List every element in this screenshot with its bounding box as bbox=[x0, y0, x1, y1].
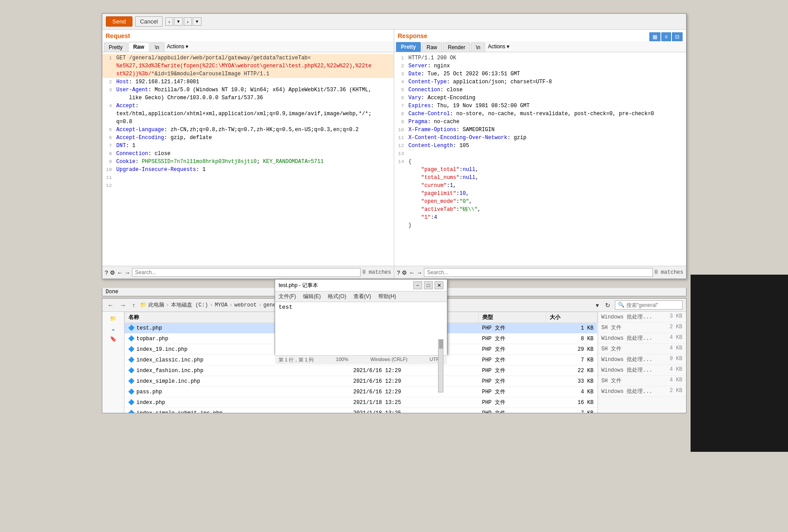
file-forward-button[interactable]: → bbox=[118, 302, 128, 309]
notepad-text: test bbox=[279, 304, 443, 311]
col-header-type[interactable]: 类型 bbox=[478, 312, 546, 323]
response-search-input[interactable] bbox=[424, 268, 652, 277]
response-search-next[interactable]: → bbox=[416, 269, 422, 276]
file-name-cell: 🔷index_simple_submit.inc.php bbox=[124, 408, 349, 413]
request-match-count: 0 matches bbox=[362, 269, 391, 276]
response-search-prev[interactable]: ← bbox=[409, 269, 415, 276]
file-dropdown-button[interactable]: ▾ bbox=[594, 302, 601, 309]
notepad-content[interactable]: test bbox=[275, 302, 447, 338]
response-settings-button[interactable]: ⚙ bbox=[402, 269, 407, 276]
side-item-name: Windows 批处理... bbox=[602, 356, 652, 363]
response-help-button[interactable]: ? bbox=[397, 269, 400, 276]
file-type-cell: PHP 文件 bbox=[478, 397, 546, 408]
notepad-scrollbar[interactable] bbox=[275, 338, 447, 394]
sidebar-icon-cloud[interactable]: ☁ bbox=[111, 326, 114, 332]
resp-line-9: 9 Pragma: no-cache bbox=[394, 118, 686, 126]
sidebar-icon-bookmark[interactable]: 🔖 bbox=[110, 336, 116, 342]
file-php-icon: 🔷 bbox=[128, 410, 135, 413]
response-code-area[interactable]: 1 HTTP/1.1 200 OK 2 Server: nginx 3 Date… bbox=[394, 52, 686, 266]
nav-buttons: ‹ ▾ › ▾ bbox=[165, 17, 201, 26]
nav-dropdown-left[interactable]: ▾ bbox=[174, 17, 183, 26]
view-list-icon[interactable]: ≡ bbox=[661, 32, 671, 41]
notepad-menu-format[interactable]: 格式(O) bbox=[328, 293, 346, 300]
table-row[interactable]: 🔷index.php 2021/1/18 13:25 PHP 文件 16 KB bbox=[124, 397, 597, 408]
response-actions-dropdown[interactable]: Actions ▾ bbox=[486, 43, 511, 50]
code-line-3: 3 User-Agent: Mozilla/5.0 (Windows NT 10… bbox=[102, 86, 394, 102]
notepad-maximize-button[interactable]: □ bbox=[424, 281, 433, 289]
notepad-window-controls: − □ ✕ bbox=[413, 281, 443, 289]
request-settings-button[interactable]: ⚙ bbox=[110, 269, 115, 276]
notepad-close-button[interactable]: ✕ bbox=[435, 281, 443, 289]
breadcrumb-item-drive[interactable]: 本地磁盘 (C:) bbox=[171, 301, 208, 309]
file-size-cell: 33 KB bbox=[546, 376, 597, 387]
file-php-icon: 🔷 bbox=[128, 336, 135, 342]
file-php-icon: 🔷 bbox=[128, 368, 135, 374]
response-tab-row: Pretty Raw Render \n Actions ▾ bbox=[394, 41, 686, 52]
resp-line-19: "open_mode":"0", bbox=[394, 198, 686, 206]
request-search-prev[interactable]: ← bbox=[117, 269, 123, 276]
resp-line-8: 8 Cache-Control: no-store, no-cache, mus… bbox=[394, 110, 686, 118]
nav-forward-button[interactable]: › bbox=[184, 17, 192, 26]
file-type-cell: PHP 文件 bbox=[478, 408, 546, 413]
notepad-menu-edit[interactable]: 编辑(E) bbox=[303, 293, 321, 300]
request-actions-dropdown[interactable]: Actions ▾ bbox=[165, 43, 190, 50]
view-compact-icon[interactable]: ⊟ bbox=[672, 32, 683, 41]
side-item-name: Windows 批处理... bbox=[602, 334, 652, 342]
view-split-icon[interactable]: ▦ bbox=[649, 32, 660, 41]
request-title: Request bbox=[106, 32, 391, 39]
nav-back-button[interactable]: ‹ bbox=[165, 17, 173, 26]
list-item: Windows 批处理...4 KB bbox=[598, 365, 686, 376]
file-size-cell: 1 KB bbox=[546, 323, 597, 334]
list-item: Windows 批处理...4 KB bbox=[598, 333, 686, 344]
file-size-cell: 22 KB bbox=[546, 365, 597, 376]
view-toggle-icons: ▦ ≡ ⊟ bbox=[649, 32, 682, 41]
breadcrumb-item-webroot[interactable]: webroot bbox=[234, 302, 256, 308]
notepad-menu-file[interactable]: 文件(F) bbox=[279, 293, 296, 300]
file-refresh-button[interactable]: ↻ bbox=[603, 302, 612, 309]
breadcrumb-item-computer[interactable]: 此电脑 bbox=[148, 301, 164, 309]
resp-line-2: 2 Server: nginx bbox=[394, 62, 686, 70]
file-search-box: 🔍 bbox=[615, 300, 683, 310]
notepad-menu-view[interactable]: 查看(V) bbox=[353, 293, 371, 300]
request-help-button[interactable]: ? bbox=[105, 269, 108, 276]
nav-dropdown-right[interactable]: ▾ bbox=[193, 17, 202, 26]
file-up-button[interactable]: ↑ bbox=[131, 302, 137, 309]
file-php-icon: 🔷 bbox=[128, 400, 135, 406]
tab-request-newline[interactable]: \n bbox=[150, 43, 164, 52]
send-button[interactable]: Send bbox=[106, 16, 132, 27]
main-toolbar: Send Cancel ‹ ▾ › ▾ bbox=[102, 14, 686, 30]
request-search-input[interactable] bbox=[132, 268, 361, 277]
notepad-minimize-button[interactable]: − bbox=[413, 281, 422, 289]
resp-line-4: 4 Content-Type: application/json; charse… bbox=[394, 78, 686, 86]
col-header-size[interactable]: 大小 bbox=[546, 312, 597, 323]
request-code-area[interactable]: 1 GET /general/appbuilder/web/portal/gat… bbox=[102, 52, 394, 266]
main-split: Request Pretty Raw \n Actions ▾ 1 GET /g… bbox=[102, 30, 686, 279]
request-search-next[interactable]: → bbox=[124, 269, 130, 276]
file-type-cell: PHP 文件 bbox=[478, 323, 546, 334]
code-line-9: 9 Cookie: PHPSESSID=7n7nl11mo8hrkp03hvtj… bbox=[102, 158, 394, 166]
resp-line-3: 3 Date: Tue, 25 Oct 2022 06:13:51 GMT bbox=[394, 70, 686, 78]
list-item: Windows 批处理...2 KB bbox=[598, 386, 686, 397]
tab-response-render[interactable]: Render bbox=[443, 43, 470, 52]
file-size-cell: 16 KB bbox=[546, 397, 597, 408]
file-php-icon: 🔷 bbox=[128, 389, 135, 395]
side-item-name: SH 文件 bbox=[602, 377, 622, 384]
tab-response-pretty[interactable]: Pretty bbox=[396, 42, 421, 52]
side-item-size: 9 KB bbox=[670, 356, 683, 363]
code-line-4: 4 Accept: text/html,application/xhtml+xm… bbox=[102, 102, 394, 126]
file-php-icon: 🔷 bbox=[128, 325, 135, 331]
breadcrumb-item-myoa[interactable]: MYOA bbox=[215, 302, 228, 308]
sidebar-icon-folder[interactable]: 📁 bbox=[110, 315, 116, 322]
cancel-button[interactable]: Cancel bbox=[135, 16, 163, 27]
request-pane: Request Pretty Raw \n Actions ▾ 1 GET /g… bbox=[102, 30, 395, 279]
tab-request-raw[interactable]: Raw bbox=[128, 42, 149, 52]
tab-request-pretty[interactable]: Pretty bbox=[104, 43, 128, 52]
tab-response-newline[interactable]: \n bbox=[471, 43, 485, 52]
file-search-input[interactable] bbox=[626, 302, 679, 308]
notepad-menu-help[interactable]: 帮助(H) bbox=[378, 293, 396, 300]
file-back-button[interactable]: ← bbox=[106, 302, 116, 309]
tab-response-raw[interactable]: Raw bbox=[422, 43, 442, 52]
table-row[interactable]: 🔷index_simple_submit.inc.php 2021/1/18 1… bbox=[124, 408, 597, 413]
response-title: Response bbox=[398, 32, 427, 39]
request-search-bar: ? ⚙ ← → 0 matches bbox=[102, 266, 394, 279]
